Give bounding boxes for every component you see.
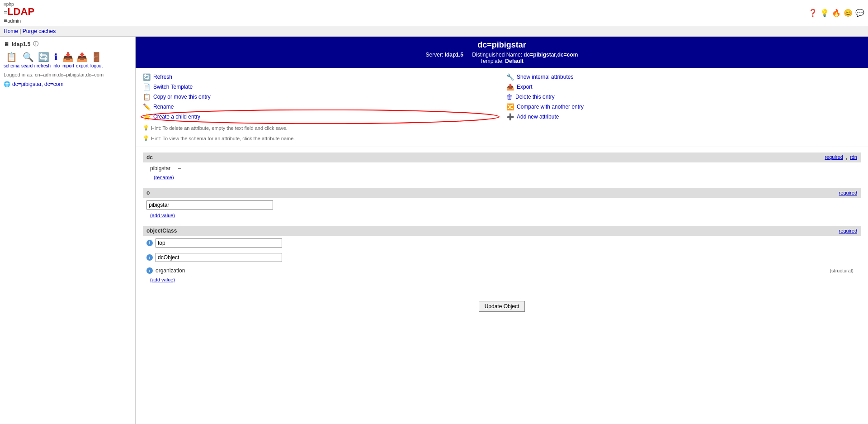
dn-label: Distinguished Name: dc=pibigstar,dc=com [472,52,578,58]
export-label: export [76,63,89,68]
switch-template-action[interactable]: 📄 Switch Template [143,83,497,91]
objectclass-org-info-icon[interactable]: i [146,267,153,274]
refresh-action-label: Refresh [153,74,172,80]
refresh-label: refresh [37,63,51,68]
attr-o-add-value[interactable]: (add value) [146,213,179,220]
tree-item-dc[interactable]: 🌐 dc=pibigstar, dc=com [4,81,132,87]
export-action[interactable]: 📤 Export [506,83,861,91]
attr-o-value-row [143,198,861,212]
purge-caches-link[interactable]: Purge caches [23,28,56,34]
objectclass-dcobject-info-icon[interactable]: i [146,254,153,261]
content-subheader: Server: ldap1.5 Distinguished Name: dc=p… [139,52,864,64]
update-section: Update Object [136,295,868,317]
update-object-button[interactable]: Update Object [479,301,525,312]
logout-link[interactable]: 🚪 logout [90,52,103,68]
refresh-link[interactable]: 🔄 refresh [37,52,51,68]
create-child-action[interactable]: ⭐ Create a child entry [143,113,497,120]
refresh-icon: 🔄 [38,52,49,62]
copy-move-icon: 📋 [143,93,151,100]
add-attribute-action[interactable]: ➕ Add new attribute [506,113,861,120]
content-header: dc=pibigstar Server: ldap1.5 Distinguish… [136,37,868,68]
help-icon[interactable]: ❓ [808,9,817,17]
switch-template-label: Switch Template [153,84,193,90]
sidebar-header: 🖥 ldap1.5 ⓘ [4,40,132,48]
info-link[interactable]: ℹ info [52,52,60,68]
compare-icon: 🔀 [506,103,514,110]
hint2: 💡 Hint: To view the schema for an attrib… [143,135,497,141]
structural-label: (structural) [830,268,854,273]
hint1: 💡 Hint: To delete an attribute, empty th… [143,125,497,131]
search-link[interactable]: 🔍 search [21,52,35,68]
attr-o-input[interactable] [146,200,273,210]
toolbar: 📋 schema 🔍 search 🔄 refresh ℹ info 📥 imp… [4,52,132,68]
bulb-icon[interactable]: 💡 [820,9,829,17]
tree-item-icon: 🌐 [4,81,10,87]
smile-icon[interactable]: 😊 [844,9,853,17]
objectclass-top-info-icon[interactable]: i [146,240,153,246]
attr-dc-rdn[interactable]: rdn [850,154,857,161]
attr-dc-dash: − [178,165,181,172]
copy-move-action[interactable]: 📋 Copy or move this entry [143,93,497,100]
refresh-action[interactable]: 🔄 Refresh [143,73,497,81]
show-internal-icon: 🔧 [506,73,514,81]
content-area: dc=pibigstar Server: ldap1.5 Distinguish… [136,37,868,424]
attr-o-header: o required [143,188,861,198]
attr-dc-value-row: pibigstar − [143,162,861,174]
chat-icon[interactable]: 💬 [855,9,864,17]
attr-objectclass-dcobject-row: i [143,250,861,265]
logout-icon: 🚪 [91,52,102,62]
schema-label: schema [4,63,19,68]
server-label: Server: ldap1.5 [426,52,463,58]
nav-bar: Home | Purge caches [0,26,868,37]
attr-dc-block: dc required , rdn pibigstar − (rename) [143,152,861,182]
delete-action[interactable]: 🗑 Delete this entry [506,93,861,100]
delete-icon: 🗑 [506,93,513,100]
attr-dc-rename-link[interactable]: (rename) [150,175,178,182]
logo: ≡php ≡LDAP ≡admin [4,2,34,24]
attr-dc-required[interactable]: required [825,154,843,161]
home-link[interactable]: Home [4,28,18,34]
logo-admin: ≡admin [4,17,34,24]
show-internal-action[interactable]: 🔧 Show internal attributes [506,73,861,81]
attr-objectclass-top-input[interactable] [156,238,282,248]
attr-o-required[interactable]: required [839,190,857,195]
import-label: import [61,63,74,68]
server-info-icon[interactable]: ⓘ [33,40,38,48]
server-icon: 🖥 [4,41,9,48]
logout-label: logout [90,63,103,68]
add-attribute-label: Add new attribute [517,114,559,120]
attributes-section: dc required , rdn pibigstar − (rename) [136,147,868,295]
attr-objectclass-top-row: i [143,236,861,250]
compare-action[interactable]: 🔀 Compare with another entry [506,103,861,110]
fire-icon[interactable]: 🔥 [832,9,841,17]
server-label: ldap1.5 [12,41,30,48]
import-link[interactable]: 📥 import [61,52,74,68]
info-icon: ℹ [54,52,58,62]
attr-objectclass-dcobject-input[interactable] [156,253,282,262]
refresh-action-icon: 🔄 [143,73,151,81]
add-attribute-icon: ➕ [506,113,514,120]
attr-objectclass-header: objectClass required [143,226,861,236]
logo-ldap: ≡LDAP [4,7,34,17]
import-icon: 📥 [62,52,74,62]
top-bar: ≡php ≡LDAP ≡admin ❓ 💡 🔥 😊 💬 [0,0,868,26]
switch-template-icon: 📄 [143,83,151,91]
attr-objectclass-add-value[interactable]: (add value) [146,277,179,284]
attr-objectclass-org-value: organization [156,267,185,274]
logged-in-text: Logged in as: cn=admin,dc=pibigstar,dc=c… [4,72,132,77]
hint-icon2: 💡 [143,135,149,141]
export-link[interactable]: 📤 export [76,52,89,68]
schema-link[interactable]: 📋 schema [4,52,19,68]
hint1-text: Hint: To delete an attribute, empty the … [151,125,288,131]
hint-icon1: 💡 [143,125,149,131]
attr-dc-value: pibigstar [146,163,174,173]
entry-title: dc=pibigstar [139,40,864,50]
attr-objectclass-required[interactable]: required [839,228,857,233]
attr-dc-name: dc [146,154,153,161]
rename-action[interactable]: ✏️ Rename [143,103,497,110]
attr-objectclass-organization-row: i organization (structural) [143,265,861,276]
attr-objectclass-name: objectClass [146,228,177,234]
sidebar: 🖥 ldap1.5 ⓘ 📋 schema 🔍 search 🔄 refresh … [0,37,136,424]
rename-icon: ✏️ [143,103,151,110]
rename-label: Rename [153,104,174,110]
